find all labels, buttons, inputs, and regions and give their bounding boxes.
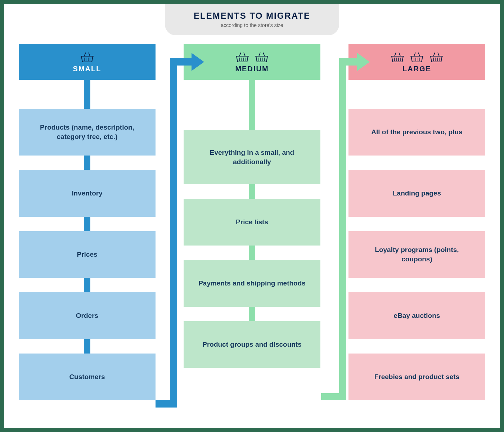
connector [19, 156, 156, 170]
column-medium-header: MEDIUM [184, 44, 320, 80]
small-item: Orders [19, 292, 156, 339]
basket-icon [410, 51, 424, 63]
basket-icons-large [390, 51, 444, 63]
basket-icon [235, 51, 249, 63]
diagram-canvas: ELEMENTS TO MIGRATE according to the sto… [4, 4, 500, 428]
column-medium-items: Everything in a small, and additionally … [184, 130, 320, 413]
large-item: Freebies and product sets [348, 354, 485, 400]
basket-icon [390, 51, 405, 63]
connector [184, 184, 320, 199]
column-small-header: SMALL [19, 44, 156, 80]
column-large-items: All of the previous two, plus Landing pa… [348, 109, 485, 413]
large-item: Landing pages [348, 170, 485, 217]
diagram-title: ELEMENTS TO MIGRATE [194, 11, 310, 21]
connector [184, 307, 320, 321]
small-item: Customers [19, 354, 156, 400]
medium-item: Payments and shipping methods [184, 260, 320, 307]
connector [348, 217, 485, 231]
small-item: Prices [19, 231, 156, 278]
basket-icon [255, 51, 269, 63]
basket-icons-medium [235, 51, 269, 63]
column-large-label: LARGE [402, 65, 431, 73]
column-small: SMALL Products (name, description, categ… [19, 44, 156, 413]
basket-icon [429, 51, 444, 63]
connector [348, 339, 485, 354]
basket-icons-small [80, 51, 94, 63]
connector [184, 246, 320, 260]
connector-small [84, 80, 90, 109]
column-medium-label: MEDIUM [235, 65, 269, 73]
medium-item: Price lists [184, 199, 320, 246]
large-item: eBay auctions [348, 292, 485, 339]
diagram-subtitle: according to the store's size [194, 22, 310, 28]
connector [348, 156, 485, 170]
large-item: All of the previous two, plus [348, 109, 485, 156]
connector-medium [249, 80, 255, 130]
column-large: LARGE All of the previous two, plus Land… [348, 44, 485, 413]
title-banner: ELEMENTS TO MIGRATE according to the sto… [165, 4, 339, 35]
small-item: Products (name, description, category tr… [19, 109, 156, 156]
columns-container: SMALL Products (name, description, categ… [4, 44, 500, 428]
connector [19, 278, 156, 292]
column-small-items: Products (name, description, category tr… [19, 109, 156, 413]
medium-item: Product groups and discounts [184, 321, 320, 368]
column-small-label: SMALL [73, 65, 102, 73]
column-medium: MEDIUM Everything in a small, and additi… [184, 44, 320, 413]
connector [19, 339, 156, 354]
medium-item: Everything in a small, and additionally [184, 130, 320, 184]
connector [348, 278, 485, 292]
connector [19, 217, 156, 231]
large-item: Loyalty programs (points, coupons) [348, 231, 485, 278]
small-item: Inventory [19, 170, 156, 217]
basket-icon [80, 51, 94, 63]
